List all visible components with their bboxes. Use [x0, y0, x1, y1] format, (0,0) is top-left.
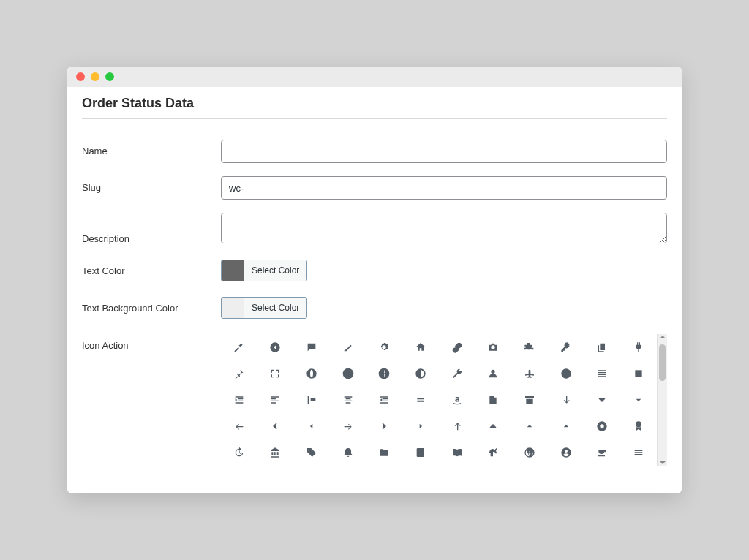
close-window-button[interactable] — [76, 72, 85, 81]
row-icon-action: Icon Action — [82, 334, 667, 466]
text-color-picker[interactable]: Select Color — [221, 260, 307, 281]
arrow-up-icon[interactable] — [439, 413, 475, 439]
sitemap-icon[interactable] — [511, 334, 548, 360]
text-color-swatch — [222, 260, 244, 281]
coffee-icon[interactable] — [584, 439, 621, 466]
chevron-right-icon[interactable] — [366, 413, 403, 439]
chevron-down-icon[interactable] — [584, 387, 621, 413]
caret-right-icon[interactable] — [402, 413, 439, 439]
label-icon-action: Icon Action — [82, 334, 221, 351]
align-justify-icon[interactable] — [584, 360, 621, 387]
gear-icon[interactable] — [366, 334, 403, 360]
amazon-icon[interactable] — [439, 387, 475, 413]
row-text-color: Text Color Select Color — [82, 260, 667, 284]
arrow-down-icon[interactable] — [548, 387, 584, 413]
burger-icon[interactable] — [620, 439, 657, 466]
scrollbar-thumb[interactable] — [659, 344, 666, 381]
icon-picker — [221, 334, 667, 466]
folder-icon[interactable] — [366, 439, 403, 466]
camera-icon[interactable] — [475, 334, 512, 360]
slug-input[interactable] — [221, 176, 667, 200]
circle-left-icon[interactable] — [257, 334, 294, 360]
chevron-up-icon[interactable] — [475, 413, 512, 439]
wordpress-icon[interactable] — [511, 439, 548, 466]
user-circle-icon[interactable] — [548, 439, 584, 466]
label-text-color: Text Color — [82, 260, 221, 276]
globe-icon[interactable] — [402, 360, 439, 387]
plug-icon[interactable] — [620, 334, 657, 360]
row-description: Description — [82, 213, 667, 246]
archive-icon[interactable] — [511, 387, 548, 413]
text-bg-color-picker[interactable]: Select Color — [221, 297, 307, 319]
scroll-up-icon[interactable] — [660, 336, 666, 338]
hammer-icon[interactable] — [221, 334, 257, 360]
align-start-icon[interactable] — [293, 387, 330, 413]
caret-down-icon[interactable] — [620, 387, 657, 413]
globe-alt-icon[interactable] — [330, 360, 366, 387]
description-input[interactable] — [221, 213, 667, 243]
window-titlebar — [67, 67, 682, 87]
link-icon[interactable] — [439, 334, 475, 360]
comment-icon[interactable] — [293, 334, 330, 360]
text-bg-color-swatch — [222, 298, 244, 318]
label-text-bg-color: Text Background Color — [82, 297, 221, 314]
row-slug: Slug — [82, 176, 667, 200]
copy-icon[interactable] — [584, 334, 621, 360]
scroll-down-icon[interactable] — [660, 461, 666, 464]
user-icon[interactable] — [475, 360, 512, 387]
indent-icon[interactable] — [221, 387, 257, 413]
text-color-button[interactable]: Select Color — [244, 260, 306, 281]
app-window: Order Status Data Name Slug Description … — [67, 67, 682, 493]
text-bg-color-button[interactable]: Select Color — [244, 298, 306, 318]
caret-up-icon[interactable] — [511, 413, 548, 439]
globe-grid-icon[interactable] — [366, 360, 403, 387]
arrow-left-icon[interactable] — [221, 413, 257, 439]
contrast-icon[interactable] — [548, 360, 584, 387]
horse-icon[interactable] — [475, 439, 512, 466]
square-icon[interactable] — [620, 360, 657, 387]
book-icon[interactable] — [402, 439, 439, 466]
bell-icon[interactable] — [330, 439, 366, 466]
key-icon[interactable] — [548, 334, 584, 360]
disc-icon[interactable] — [584, 413, 621, 439]
caret-up-alt-icon[interactable] — [548, 413, 584, 439]
align-center-icon[interactable] — [330, 387, 366, 413]
history-icon[interactable] — [221, 439, 257, 466]
row-name: Name — [82, 140, 667, 163]
plane-icon[interactable] — [511, 360, 548, 387]
label-slug: Slug — [82, 176, 221, 193]
content-area: Order Status Data Name Slug Description … — [67, 87, 682, 493]
expand-icon[interactable] — [257, 360, 294, 387]
align-left-icon[interactable] — [257, 387, 294, 413]
tag-icon[interactable] — [293, 439, 330, 466]
wrench-icon[interactable] — [439, 360, 475, 387]
label-description: Description — [82, 213, 221, 244]
page-title: Order Status Data — [82, 96, 667, 119]
book-open-icon[interactable] — [439, 439, 475, 466]
pin-icon[interactable] — [221, 360, 257, 387]
equals-icon[interactable] — [402, 387, 439, 413]
label-name: Name — [82, 140, 221, 156]
chevron-left-icon[interactable] — [257, 413, 294, 439]
award-icon[interactable] — [620, 413, 657, 439]
caret-left-icon[interactable] — [293, 413, 330, 439]
globe-solid-icon[interactable] — [293, 360, 330, 387]
maximize-window-button[interactable] — [105, 72, 114, 81]
minimize-window-button[interactable] — [91, 72, 99, 81]
institution-icon[interactable] — [257, 439, 294, 466]
page-icon[interactable] — [475, 387, 512, 413]
arrow-right-icon[interactable] — [330, 413, 366, 439]
icon-grid — [221, 334, 657, 466]
icon-scrollbar[interactable] — [657, 334, 667, 466]
brush-icon[interactable] — [330, 334, 366, 360]
home-icon[interactable] — [402, 334, 439, 360]
outdent-icon[interactable] — [366, 387, 403, 413]
name-input[interactable] — [221, 140, 667, 163]
row-text-bg-color: Text Background Color Select Color — [82, 297, 667, 321]
